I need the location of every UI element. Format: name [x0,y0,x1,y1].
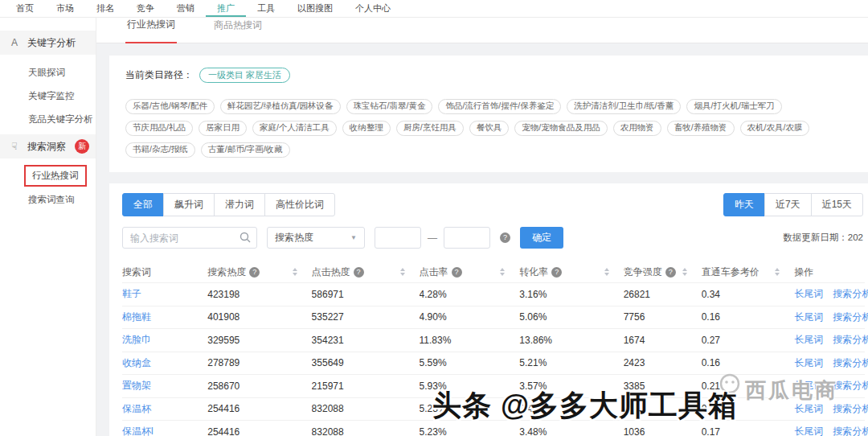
action-link[interactable]: 长尾词 [794,287,823,301]
help-icon[interactable]: ? [551,267,562,278]
action-link[interactable]: 搜索分析 [833,402,868,416]
category-tag[interactable]: 农用物资 [613,121,661,136]
action-link[interactable]: 长尾词 [794,402,823,416]
search-icon[interactable] [240,232,251,243]
cell-conversion-rate: 5.21% [519,357,623,368]
help-icon[interactable]: ? [354,267,364,278]
time-filter-button[interactable]: 昨天 [723,193,765,216]
sort-icon[interactable] [604,268,609,276]
nav-item[interactable]: 排名 [85,0,125,17]
action-link[interactable]: 长尾词 [794,333,823,347]
action-link[interactable]: 搜索分析 [833,425,868,436]
category-tag[interactable]: 收纳整理 [342,121,391,136]
cell-click-rate: 5.59% [420,357,520,368]
category-tag[interactable]: 珠宝钻石/翡翠/黄金 [346,99,433,114]
action-link[interactable]: 长尾词 [794,311,823,324]
action-link[interactable]: 长尾词 [794,356,823,370]
sidebar-item[interactable]: 天眼探词 [0,61,96,84]
nav-item[interactable]: 个人中心 [344,0,402,17]
nav-item[interactable]: 竞争 [125,0,166,17]
sidebar-item[interactable]: 搜索词查询 [0,188,96,212]
tab[interactable]: 商品热搜词 [212,19,264,43]
category-tag[interactable]: 鲜花园艺/绿植仿真/园林设备 [220,99,341,114]
tab[interactable]: 行业热搜词 [125,18,177,43]
sort-icon[interactable] [682,268,687,276]
keyword-link[interactable]: 保温杯 [122,402,207,416]
nav-item[interactable]: 营销 [166,0,206,17]
word-filter-button[interactable]: 潜力词 [214,193,265,216]
keyword-link[interactable]: 置物架 [122,379,207,393]
table-row: 保温杯l2544168320885.23%3.48%10360.17长尾词搜索分… [122,420,865,436]
cell-ppc-reference: 0.16 [702,357,795,368]
action-link[interactable]: 搜索分析 [833,379,868,393]
time-filter-button[interactable]: 近15天 [811,193,863,216]
cell-search-heat: 401908 [207,311,311,323]
nav-item[interactable]: 以图搜图 [286,0,344,17]
nav-item[interactable]: 推广 [206,0,246,17]
action-link[interactable]: 长尾词 [794,379,823,393]
category-tag[interactable]: 节庆用品/礼品 [125,121,193,136]
category-tag[interactable]: 农机/农具/农膜 [740,121,810,136]
keyword-link[interactable]: 保温杯l [122,425,207,436]
word-filter-button[interactable]: 全部 [122,193,164,216]
category-tag[interactable]: 烟具/打火机/瑞士军刀 [686,99,781,114]
action-link[interactable]: 搜索分析 [833,287,868,301]
metric-select[interactable]: 搜索热度 ▼ [267,227,365,249]
sort-down-arrow [604,273,609,276]
help-icon[interactable]: ? [665,267,676,278]
column-label: 点击率 [420,265,448,279]
keyword-link[interactable]: 收纳盒 [122,356,207,370]
range-min-input[interactable] [375,227,421,249]
category-tag[interactable]: 饰品/流行首饰/摆件/保养鉴定 [438,99,561,114]
search-input[interactable] [122,227,257,249]
cell-click-rate: 11.83% [420,335,520,346]
help-icon[interactable]: ? [452,267,462,278]
action-link[interactable]: 长尾词 [794,425,823,436]
category-tag[interactable]: 居家日用 [199,121,247,136]
action-link[interactable]: 搜索分析 [833,356,868,370]
nav-item[interactable]: 工具 [246,0,286,17]
range-help-icon[interactable]: ? [500,232,510,243]
category-tag[interactable]: 古董/邮币/字画/收藏 [201,142,290,158]
sidebar-item[interactable]: 行业热搜词 [24,165,87,187]
sidebar-section-header[interactable]: A关键字分析 [0,31,96,55]
category-tag[interactable]: 书籍/杂志/报纸 [125,142,195,158]
category-tag[interactable]: 家庭/个人清洁工具 [252,121,337,136]
action-link[interactable]: 搜索分析 [833,333,868,347]
nav-item[interactable]: 首页 [5,0,45,17]
keyword-link[interactable]: 棉拖鞋 [122,311,207,324]
category-tag[interactable]: 乐器/吉他/钢琴/配件 [125,99,215,114]
cell-competition: 3385 [624,380,702,392]
help-icon[interactable]: ? [249,267,260,278]
word-filter-button[interactable]: 高性价比词 [264,193,335,216]
confirm-button[interactable]: 确定 [520,227,563,249]
sort-icon[interactable] [400,268,405,276]
table-row: 保温杯2544168320885.23%3.48%10360.17长尾词搜索分析 [122,397,865,421]
category-tag[interactable]: 洗护清洁剂/卫生巾/纸/香薰 [567,99,681,114]
category-tag[interactable]: 宠物/宠物食品及用品 [514,121,607,136]
cell-conversion-rate: 5.06% [519,311,623,323]
range-max-input[interactable] [444,227,490,249]
category-tag[interactable]: 厨房/烹饪用具 [396,121,464,136]
sort-icon[interactable] [500,268,505,276]
sidebar-item[interactable]: 关键字监控 [0,84,96,108]
sort-up-arrow [682,268,687,271]
action-link[interactable]: 搜索分析 [833,311,868,324]
column-header: 点击热度? [312,265,420,279]
word-filter-button[interactable]: 飙升词 [163,193,215,216]
sort-down-arrow [500,273,505,276]
category-path-pill[interactable]: 一级类目 家居生活 [199,68,290,83]
keyword-link[interactable]: 鞋子 [122,287,207,301]
keyword-link[interactable]: 洗脸巾 [122,333,207,347]
nav-item[interactable]: 市场 [45,0,85,17]
table-row: 收纳盒2787893556495.59%5.21%24230.16长尾词搜索分析 [122,352,865,375]
sidebar-section-header[interactable]: ☟搜索洞察新 [0,134,96,158]
cell-search-heat: 329595 [207,335,311,346]
sort-icon[interactable] [293,268,297,276]
time-filter-button[interactable]: 近7天 [764,193,812,216]
sidebar-item[interactable]: 竞品关键字分析 [0,108,96,131]
sort-icon[interactable] [775,268,780,276]
category-tag[interactable]: 畜牧/养殖物资 [667,121,735,136]
category-tag[interactable]: 餐饮具 [469,121,510,136]
cell-ppc-reference: 0.21 [702,380,795,392]
